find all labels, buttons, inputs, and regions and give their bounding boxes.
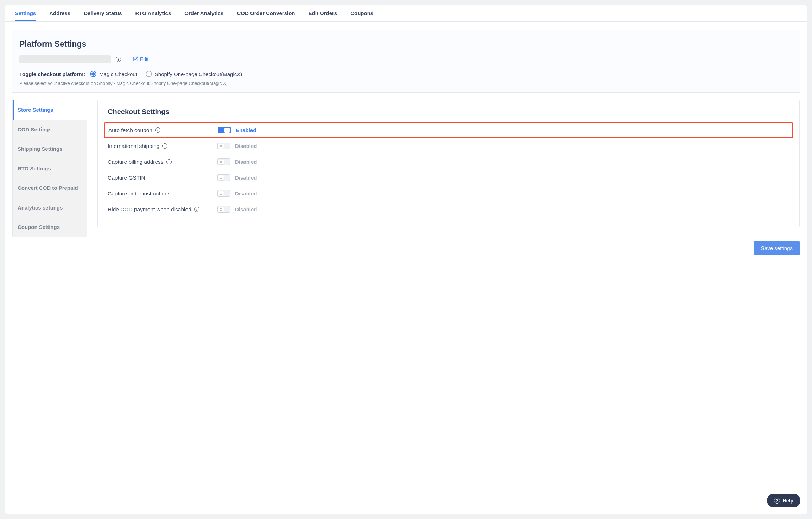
setting-label-text: Capture order instructions bbox=[108, 190, 170, 197]
toggle-switch[interactable] bbox=[217, 206, 230, 213]
toggle-switch[interactable] bbox=[217, 174, 230, 181]
radio-icon bbox=[146, 71, 152, 77]
radio-label: Shopify One-page Checkout(MagicX) bbox=[155, 71, 242, 77]
help-label: Help bbox=[783, 498, 793, 504]
tab-delivery-status[interactable]: Delivery Status bbox=[84, 5, 122, 21]
setting-label: Capture order instructions bbox=[108, 190, 217, 197]
setting-row: Capture order instructionsDisabled bbox=[108, 186, 789, 201]
radio-shopify-checkout[interactable]: Shopify One-page Checkout(MagicX) bbox=[146, 71, 242, 77]
radio-label: Magic Checkout bbox=[99, 71, 137, 77]
help-widget[interactable]: ? Help bbox=[767, 494, 800, 507]
setting-label: Auto fetch couponi bbox=[108, 127, 218, 133]
top-tabs: SettingsAddressDelivery StatusRTO Analyt… bbox=[5, 5, 807, 22]
sidebar-item-rto-settings[interactable]: RTO Settings bbox=[13, 159, 87, 179]
toggle-description: Please select your active checkout on Sh… bbox=[19, 81, 793, 86]
tab-edit-orders[interactable]: Edit Orders bbox=[309, 5, 337, 21]
setting-label: Capture GSTIN bbox=[108, 175, 217, 181]
edit-icon bbox=[133, 56, 138, 62]
setting-label: Capture billing addressi bbox=[108, 159, 217, 165]
help-icon: ? bbox=[774, 498, 780, 504]
setting-label: International shippingi bbox=[108, 143, 217, 149]
setting-label-text: Capture GSTIN bbox=[108, 175, 145, 181]
sidebar-item-store-settings[interactable]: Store Settings bbox=[13, 100, 87, 120]
tab-cod-order-conversion[interactable]: COD Order Conversion bbox=[237, 5, 295, 21]
setting-row: Capture billing addressiDisabled bbox=[108, 154, 789, 170]
sidebar-item-analytics-settings[interactable]: Analytics settings bbox=[13, 198, 87, 218]
setting-row: International shippingiDisabled bbox=[108, 138, 789, 154]
info-icon[interactable]: i bbox=[155, 127, 160, 133]
platform-settings-title: Platform Settings bbox=[19, 39, 793, 49]
radio-icon bbox=[90, 71, 96, 77]
edit-label: Edit bbox=[140, 56, 148, 62]
tab-coupons[interactable]: Coupons bbox=[350, 5, 373, 21]
info-icon[interactable]: i bbox=[194, 207, 199, 212]
tab-settings[interactable]: Settings bbox=[15, 5, 36, 21]
toggle-switch[interactable] bbox=[218, 127, 231, 133]
sidebar-item-shipping-settings[interactable]: Shipping Settings bbox=[13, 139, 87, 159]
setting-label: Hide COD payment when disabledi bbox=[108, 206, 217, 213]
toggle-status: Disabled bbox=[235, 175, 257, 181]
platform-settings-section: Platform Settings i Edit Toggle checkout… bbox=[12, 30, 800, 93]
setting-label-text: Auto fetch coupon bbox=[108, 127, 152, 133]
toggle-status: Enabled bbox=[236, 127, 256, 133]
setting-label-text: Hide COD payment when disabled bbox=[108, 206, 191, 213]
tab-address[interactable]: Address bbox=[49, 5, 70, 21]
toggle-status: Disabled bbox=[235, 206, 257, 212]
toggle-status: Disabled bbox=[235, 190, 257, 196]
sidebar-item-coupon-settings[interactable]: Coupon Settings bbox=[13, 217, 87, 237]
setting-row: Capture GSTINDisabled bbox=[108, 170, 789, 186]
checkout-settings-title: Checkout Settings bbox=[108, 108, 789, 116]
toggle-switch[interactable] bbox=[217, 190, 230, 197]
toggle-status: Disabled bbox=[235, 143, 257, 149]
edit-button[interactable]: Edit bbox=[133, 56, 148, 62]
settings-sidebar: Store SettingsCOD SettingsShipping Setti… bbox=[12, 100, 87, 237]
info-icon[interactable]: i bbox=[166, 159, 172, 164]
radio-magic-checkout[interactable]: Magic Checkout bbox=[90, 71, 137, 77]
sidebar-item-convert-cod-to-prepaid[interactable]: Convert COD to Prepaid bbox=[13, 178, 87, 198]
info-icon[interactable]: i bbox=[116, 57, 121, 62]
sidebar-item-cod-settings[interactable]: COD Settings bbox=[13, 120, 87, 139]
checkout-settings-card: Checkout Settings Auto fetch couponiEnab… bbox=[97, 100, 800, 227]
platform-placeholder-bar bbox=[19, 55, 111, 63]
setting-row: Auto fetch couponiEnabled bbox=[104, 122, 793, 138]
setting-label-text: International shipping bbox=[108, 143, 159, 149]
tab-rto-analytics[interactable]: RTO Analytics bbox=[135, 5, 171, 21]
setting-row: Hide COD payment when disablediDisabled bbox=[108, 201, 789, 217]
info-icon[interactable]: i bbox=[162, 143, 167, 149]
toggle-status: Disabled bbox=[235, 159, 257, 165]
setting-label-text: Capture billing address bbox=[108, 159, 164, 165]
toggle-switch[interactable] bbox=[217, 143, 230, 149]
toggle-switch[interactable] bbox=[217, 158, 230, 165]
tab-order-analytics[interactable]: Order Analytics bbox=[184, 5, 223, 21]
save-settings-button[interactable]: Save settings bbox=[754, 241, 800, 255]
toggle-checkout-label: Toggle checkout platform: bbox=[19, 71, 85, 77]
